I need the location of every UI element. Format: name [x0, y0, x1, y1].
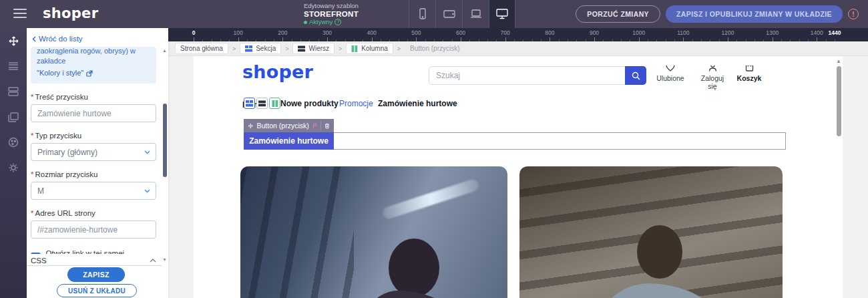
ruler-label: 800: [545, 29, 554, 36]
hamburger-menu-icon[interactable]: [13, 9, 27, 19]
save-publish-button[interactable]: ZAPISZ I OPUBLIKUJ ZMIANY W UKŁADZIE: [666, 5, 843, 23]
breadcrumb-separator: >: [397, 45, 401, 52]
css-section-header[interactable]: CSS: [27, 255, 162, 266]
same-tab-checkbox[interactable]: ✓: [31, 253, 41, 255]
move-icon[interactable]: [248, 122, 254, 130]
insert-element-chips: [244, 98, 280, 109]
save-button[interactable]: ZAPISZ: [67, 267, 125, 282]
pin-icon[interactable]: [312, 122, 318, 130]
same-tab-checkbox-row: ✓ Otwórz link w tej samej karcie ?: [31, 249, 156, 254]
canvas-scrollbar-thumb[interactable]: [837, 66, 841, 136]
menu-link-new-products[interactable]: Nowe produkty: [280, 99, 339, 108]
storefront-page: shoper Ulubione Zaloguj się Koszyk: [194, 56, 843, 298]
ruler: 0100200300400500600700800900100011001200…: [168, 28, 868, 41]
ruler-label: 200: [278, 29, 287, 36]
favorites-link[interactable]: Ulubione: [656, 65, 685, 82]
menu-link-wholesale[interactable]: Zamówienie hurtowe: [378, 99, 457, 108]
admin-logo: shoper: [43, 5, 98, 21]
chevron-down-icon: [144, 189, 150, 193]
back-to-list-link[interactable]: Wróć do listy: [32, 35, 83, 43]
ruler-label: 100: [234, 29, 243, 36]
device-mobile-icon[interactable]: [409, 0, 435, 28]
breadcrumb-column[interactable]: Kolumna: [346, 43, 393, 54]
banner-image-right[interactable]: [519, 166, 783, 298]
info-box: zaokrąglenia rogów, obrysy) w zakładce "…: [31, 47, 156, 84]
shoper-layout-editor: shoper Edytowany szablon STOREFRONT Akty…: [0, 0, 868, 298]
ruler-label: 300: [322, 29, 332, 36]
breadcrumb-home[interactable]: Strona główna: [175, 43, 228, 54]
section-icon: [246, 100, 253, 107]
login-link[interactable]: Zaloguj się: [696, 65, 729, 90]
rows-icon[interactable]: [0, 79, 27, 104]
decor: [381, 178, 480, 220]
remove-from-layout-button[interactable]: USUŃ Z UKŁADU: [57, 284, 137, 297]
back-to-list-label: Wróć do listy: [39, 35, 83, 43]
wholesale-cta-button[interactable]: Zamówienie hurtowe: [244, 132, 334, 150]
discard-changes-button[interactable]: PORZUĆ ZMIANY: [576, 5, 660, 23]
selected-element-overlay[interactable]: Button (przycisk): [244, 119, 334, 132]
section-icon: [245, 45, 252, 52]
breadcrumb-separator: >: [232, 45, 236, 52]
info-text-clipped: zaokrąglenia rogów, obrysy) w zakładce: [37, 47, 150, 66]
button-size-label: *Rozmiar przycisku: [31, 170, 156, 178]
storefront-logo[interactable]: shoper: [242, 61, 313, 82]
left-icon-rail: [0, 28, 27, 298]
canvas-scrollbar-up-arrow[interactable]: ▲: [836, 58, 841, 64]
colors-styles-link[interactable]: "Kolory i style": [37, 68, 93, 78]
ruler-label: 1400: [811, 29, 823, 36]
column-icon: [351, 45, 358, 52]
breadcrumb: Strona główna > Sekcja > Wiersz > Kolumn…: [168, 41, 868, 56]
panel-scrollbar-thumb[interactable]: [163, 104, 167, 177]
person-silhouette: [580, 220, 740, 298]
panel-scroll-area: zaokrąglenia rogów, obrysy) w zakładce "…: [27, 47, 162, 254]
button-type-select[interactable]: Primary (główny): [31, 143, 156, 161]
gear-icon[interactable]: [0, 155, 27, 180]
ruler-label: 1100: [677, 29, 689, 36]
breadcrumb-section[interactable]: Sekcja: [240, 43, 281, 54]
search-button[interactable]: [625, 66, 646, 85]
status-help-icon[interactable]: ?: [335, 19, 341, 25]
button-text-label: *Treść przycisku: [31, 93, 156, 101]
pages-icon[interactable]: [0, 104, 27, 130]
device-preview-switch: [409, 0, 515, 28]
url-label: *Adres URL strony: [31, 209, 156, 217]
insert-row-button[interactable]: [256, 98, 268, 109]
button-type-label: *Typ przycisku: [31, 132, 156, 140]
panel-scrollbar-up-arrow[interactable]: ▲: [162, 48, 167, 53]
trash-icon[interactable]: [324, 122, 330, 130]
insert-section-button[interactable]: [244, 98, 255, 109]
breadcrumb-separator: >: [285, 45, 288, 52]
search-box: [429, 66, 646, 85]
search-input[interactable]: [429, 67, 623, 84]
row-icon: [258, 100, 266, 107]
cart-link[interactable]: Koszyk: [736, 65, 763, 82]
theme-icon[interactable]: [0, 130, 27, 155]
ruler-label: 1300: [766, 29, 779, 36]
topbar-actions: PORZUĆ ZMIANY ZAPISZ I OPUBLIKUJ ZMIANY …: [576, 5, 859, 23]
device-tablet-icon[interactable]: [435, 0, 462, 28]
user-icon: [708, 65, 717, 71]
topbar: shoper Edytowany szablon STOREFRONT Akty…: [0, 0, 868, 28]
ruler-label: 1000: [632, 29, 645, 36]
button-size-select[interactable]: M: [31, 182, 156, 200]
status-dot-icon: [304, 21, 307, 24]
insert-column-button[interactable]: [269, 98, 280, 109]
sections-icon[interactable]: [0, 53, 27, 79]
url-input[interactable]: [31, 220, 156, 239]
column-icon: [272, 100, 278, 107]
warning-icon[interactable]: !: [848, 9, 859, 19]
external-link-icon: [86, 70, 93, 77]
panel-scrollbar-down-arrow[interactable]: ▼: [162, 257, 167, 262]
checkbox-help-icon[interactable]: ?: [149, 254, 156, 255]
banner-image-left[interactable]: [240, 166, 507, 298]
breadcrumb-row[interactable]: Wiersz: [292, 43, 335, 54]
device-laptop-icon[interactable]: [462, 0, 489, 28]
search-icon: [632, 71, 640, 80]
ruler-label: 1200: [722, 29, 734, 36]
menu-link-promotions[interactable]: Promocje: [339, 99, 373, 108]
ruler-label: 900: [590, 29, 599, 36]
move-icon[interactable]: [0, 28, 27, 53]
device-desktop-icon[interactable]: [489, 0, 515, 28]
button-text-input[interactable]: [31, 104, 156, 122]
css-section-label: CSS: [31, 257, 47, 265]
